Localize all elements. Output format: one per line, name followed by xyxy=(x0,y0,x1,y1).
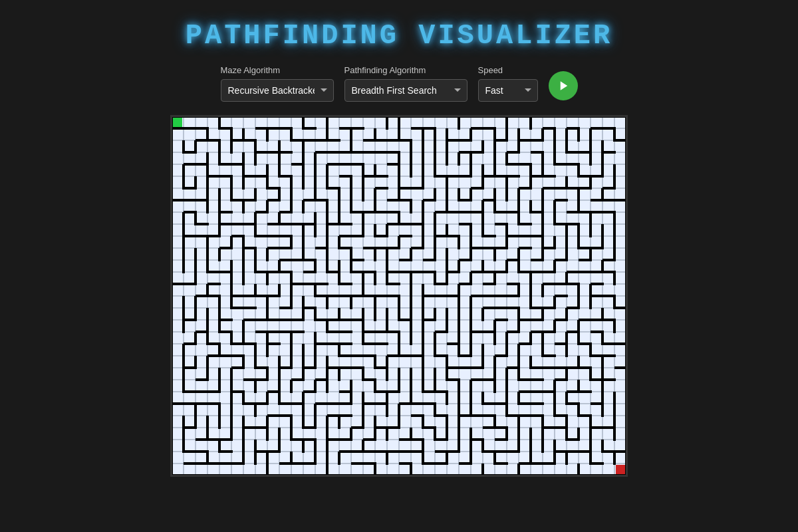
svg-marker-0 xyxy=(560,81,567,90)
maze-algorithm-label: Maze Algorithm xyxy=(221,65,334,75)
maze-algorithm-group: Maze Algorithm Recursive BacktrackerPrim… xyxy=(221,65,334,102)
play-icon xyxy=(558,80,570,92)
play-button[interactable] xyxy=(549,71,578,100)
pathfinding-algorithm-label: Pathfinding Algorithm xyxy=(344,65,467,75)
maze-canvas xyxy=(172,116,626,475)
maze-algorithm-select[interactable]: Recursive BacktrackerPrim's AlgorithmKru… xyxy=(221,79,334,102)
speed-group: Speed SlowMediumFastInstant xyxy=(478,65,538,102)
speed-select[interactable]: SlowMediumFastInstant xyxy=(478,79,538,102)
controls-row: Maze Algorithm Recursive BacktrackerPrim… xyxy=(221,65,578,102)
maze-container xyxy=(170,115,628,477)
speed-label: Speed xyxy=(478,65,538,75)
pathfinding-algorithm-select[interactable]: Breadth First SearchDepth First SearchA*… xyxy=(344,79,467,102)
app-title: PATHFINDING VISUALIZER xyxy=(186,20,613,52)
pathfinding-algorithm-group: Pathfinding Algorithm Breadth First Sear… xyxy=(344,65,467,102)
